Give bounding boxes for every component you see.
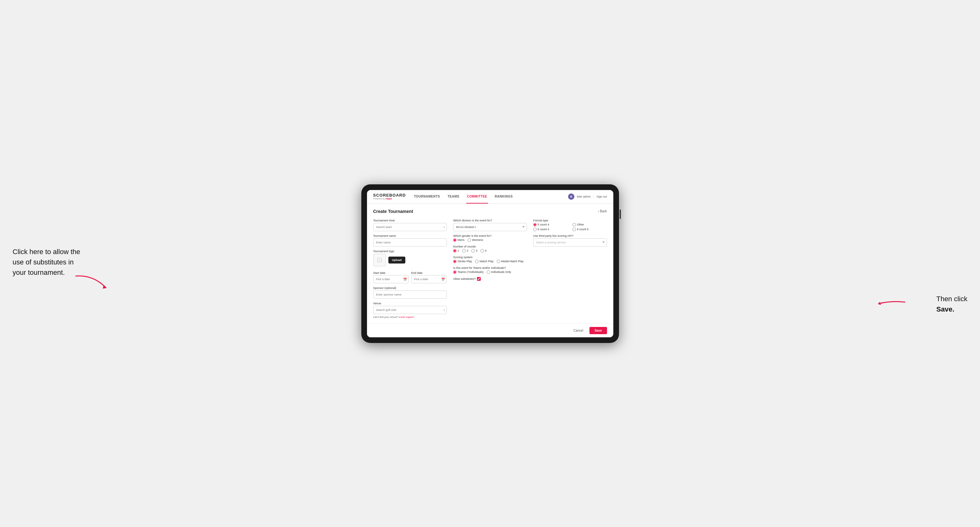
venue-label: Venue xyxy=(373,302,447,305)
logo-placeholder xyxy=(373,254,386,266)
rounds-2-radio[interactable] xyxy=(462,249,466,252)
avatar: B xyxy=(568,194,574,200)
scoring-api-label: Use third-party live scoring API? xyxy=(533,234,607,237)
navbar: SCOREBOARD Powered by clippd TOURNAMENTS… xyxy=(367,190,613,204)
gender-radio-group: Mens Womens xyxy=(453,238,527,242)
format-6count5[interactable]: 6 count 5 xyxy=(573,228,607,231)
rounds-4-radio[interactable] xyxy=(480,249,484,252)
rounds-2[interactable]: 2 xyxy=(462,249,468,252)
event-type-radio-group: Teams (+Individuals) Individuals Only xyxy=(453,270,527,274)
substitutes-label[interactable]: Allow substitutes? xyxy=(453,277,527,281)
start-date-icon: 📅 xyxy=(403,277,407,281)
upload-button[interactable]: Upload xyxy=(388,257,406,264)
format-6count5-radio[interactable] xyxy=(573,228,576,231)
scoring-medal-match[interactable]: Medal Match Play xyxy=(497,260,524,263)
format-other-radio[interactable] xyxy=(573,223,576,227)
event-type-label: Is this event for Teams and/or Individua… xyxy=(453,266,527,270)
gender-mens[interactable]: Mens xyxy=(453,238,465,242)
tournament-name-input[interactable] xyxy=(373,238,447,246)
back-link[interactable]: Back xyxy=(598,210,607,213)
nav-teams[interactable]: TEAMS xyxy=(447,190,460,204)
start-date-label: Start date xyxy=(373,271,385,275)
gender-mens-radio[interactable] xyxy=(453,238,457,242)
scoring-medal-radio[interactable] xyxy=(497,260,500,263)
event-individuals[interactable]: Individuals Only xyxy=(487,270,511,274)
format-5count4[interactable]: 5 count 4 xyxy=(533,223,568,227)
scoring-match-play[interactable]: Match Play xyxy=(475,260,493,263)
rounds-group: Number of rounds 1 2 xyxy=(453,245,527,252)
form-grid: Tournament Host ▾ Tournament name xyxy=(373,219,607,319)
gender-womens-radio[interactable] xyxy=(468,238,471,242)
format-other[interactable]: Other xyxy=(573,223,607,227)
sponsor-input[interactable] xyxy=(373,290,447,299)
tournament-host-input[interactable] xyxy=(373,223,447,231)
event-teams[interactable]: Teams (+Individuals) xyxy=(453,270,484,274)
substitutes-checkbox[interactable] xyxy=(477,277,481,281)
end-date-label: End date xyxy=(411,271,423,275)
nav-committee[interactable]: COMMITTEE xyxy=(466,190,488,204)
scoring-system-group: Scoring system Stroke Play Match Play xyxy=(453,256,527,263)
power-button[interactable] xyxy=(620,210,621,219)
sponsor-label: Sponsor (optional) xyxy=(373,286,447,290)
gender-womens[interactable]: Womens xyxy=(468,238,483,242)
scoring-match-radio[interactable] xyxy=(475,260,479,263)
rounds-4[interactable]: 4 xyxy=(480,249,487,252)
tournament-name-label: Tournament name xyxy=(373,234,447,237)
rounds-1-radio[interactable] xyxy=(453,249,457,252)
scoring-api-select[interactable]: Select a scoring service xyxy=(533,238,607,246)
page-wrapper: Click here to allow the use of substitut… xyxy=(13,184,967,343)
page-title: Create Tournament xyxy=(373,209,413,214)
tablet-device: SCOREBOARD Powered by clippd TOURNAMENTS… xyxy=(361,184,619,343)
venue-email-support-link[interactable]: email support xyxy=(399,316,414,319)
scoring-system-label: Scoring system xyxy=(453,256,527,259)
rounds-3[interactable]: 3 xyxy=(471,249,477,252)
sign-out-link[interactable]: Sign out xyxy=(597,195,607,198)
sponsor-group: Sponsor (optional) xyxy=(373,286,447,299)
format-5count4-radio[interactable] xyxy=(533,223,537,227)
format-6count4-radio[interactable] xyxy=(533,228,537,231)
end-date-group: End date 📅 xyxy=(411,270,447,283)
division-select[interactable]: NCAA Division I xyxy=(453,223,527,231)
annotation-right: Then click Save. xyxy=(936,294,967,314)
nav-rankings[interactable]: RANKINGS xyxy=(494,190,514,204)
venue-input[interactable] xyxy=(373,306,447,314)
rounds-3-radio[interactable] xyxy=(471,249,475,252)
logo-scoreboard: SCOREBOARD xyxy=(373,193,406,198)
venue-group: Venue ▾ Can't find your venue? email sup… xyxy=(373,302,447,319)
gender-label: Which gender is the event for? xyxy=(453,234,527,237)
arrow-right xyxy=(875,294,907,311)
venue-dropdown-icon: ▾ xyxy=(444,308,445,311)
event-teams-radio[interactable] xyxy=(453,270,457,274)
save-button[interactable]: Save xyxy=(589,327,607,334)
scoring-stroke-play[interactable]: Stroke Play xyxy=(453,260,472,263)
tournament-logo-group: Tournament logo Upload xyxy=(373,250,447,266)
format-type-group: Format type 5 count 4 Other xyxy=(533,219,607,231)
scoring-stroke-radio[interactable] xyxy=(453,260,457,263)
start-date-group: Start date 📅 xyxy=(373,270,409,283)
nav-right: B blair admin | Sign out xyxy=(568,194,607,200)
svg-point-2 xyxy=(378,259,379,259)
page-header: Create Tournament Back xyxy=(373,209,607,214)
date-row: Start date 📅 End date xyxy=(373,270,447,283)
tablet-screen: SCOREBOARD Powered by clippd TOURNAMENTS… xyxy=(367,190,613,337)
cancel-button[interactable]: Cancel xyxy=(570,327,586,334)
division-group: Which division is the event for? NCAA Di… xyxy=(453,219,527,231)
main-content: Create Tournament Back Tournament Host ▾ xyxy=(367,204,613,324)
host-dropdown-icon: ▾ xyxy=(444,225,445,228)
rounds-1[interactable]: 1 xyxy=(453,249,459,252)
right-column: Format type 5 count 4 Other xyxy=(533,219,607,319)
nav-tournaments[interactable]: TOURNAMENTS xyxy=(413,190,441,204)
venue-help: Can't find your venue? email support xyxy=(373,316,447,319)
middle-column: Which division is the event for? NCAA Di… xyxy=(453,219,527,319)
division-label: Which division is the event for? xyxy=(453,219,527,222)
format-6count4[interactable]: 6 count 4 xyxy=(533,228,568,231)
user-name: blair admin xyxy=(577,195,591,198)
event-individuals-radio[interactable] xyxy=(487,270,490,274)
arrow-left xyxy=(74,273,111,293)
image-icon xyxy=(377,257,382,263)
format-options: 5 count 4 Other 6 count 4 xyxy=(533,223,607,231)
rounds-label: Number of rounds xyxy=(453,245,527,248)
scoring-system-radio-group: Stroke Play Match Play Medal Match Play xyxy=(453,260,527,263)
scoring-api-group: Use third-party live scoring API? Select… xyxy=(533,234,607,246)
start-date-wrapper: 📅 xyxy=(373,275,409,283)
